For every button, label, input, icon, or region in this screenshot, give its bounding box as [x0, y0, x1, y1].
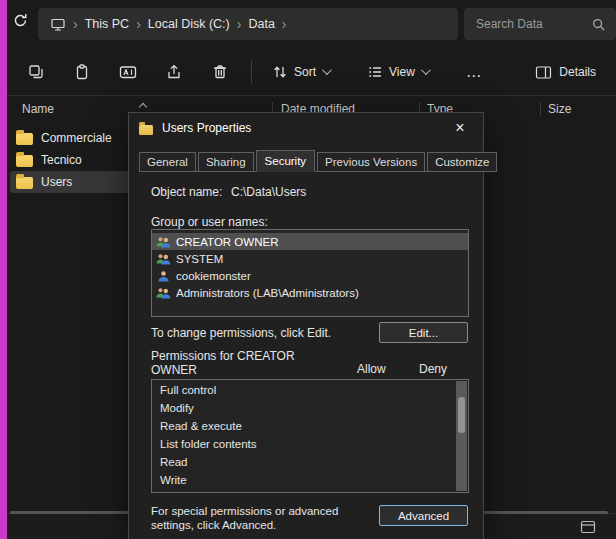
sort-ascending-icon[interactable]	[139, 103, 147, 111]
users-properties-dialog: Users Properties × General Sharing Secur…	[128, 112, 484, 539]
permissions-scrollbar[interactable]	[456, 381, 467, 491]
paste-button[interactable]	[59, 54, 105, 90]
dialog-tabs: General Sharing Security Previous Versio…	[139, 149, 475, 172]
chevron-down-icon	[421, 65, 431, 75]
view-label: View	[389, 65, 415, 79]
details-pane-button[interactable]: Details	[525, 54, 606, 90]
dialog-folder-icon	[139, 125, 153, 135]
file-name: Commerciale	[41, 131, 112, 145]
deny-column-label: Deny	[419, 362, 447, 376]
principal-name: Administrators (LAB\Administrators)	[176, 287, 359, 299]
group-icon	[156, 287, 171, 299]
breadcrumb-chevron[interactable]: ›	[282, 17, 287, 31]
share-icon	[165, 63, 183, 81]
user-icon	[156, 270, 171, 282]
breadcrumb-chevron[interactable]: ›	[136, 17, 141, 31]
toolbar-separator	[251, 60, 252, 84]
principal-name: SYSTEM	[176, 253, 223, 265]
copy-button[interactable]	[13, 54, 59, 90]
principal-name: cookiemonster	[176, 270, 251, 282]
delete-button[interactable]	[197, 54, 243, 90]
sort-button[interactable]: Sort	[260, 54, 341, 90]
breadcrumb-data[interactable]: Data	[248, 17, 274, 31]
rename-icon	[118, 63, 138, 81]
advanced-button[interactable]: Advanced	[379, 505, 468, 526]
column-separator[interactable]	[540, 102, 541, 116]
tab-previous-versions[interactable]: Previous Versions	[317, 152, 425, 172]
principal-cookiemonster[interactable]: cookiemonster	[152, 267, 468, 284]
paste-icon	[73, 63, 91, 81]
principal-administrators[interactable]: Administrators (LAB\Administrators)	[152, 284, 468, 301]
file-name: Tecnico	[41, 153, 82, 167]
tab-customize[interactable]: Customize	[427, 152, 497, 172]
allow-column-label: Allow	[357, 362, 386, 376]
permissions-label: Permissions for CREATOR OWNER	[151, 349, 323, 377]
permission-modify[interactable]: Modify	[160, 402, 468, 420]
refresh-icon	[12, 12, 29, 29]
delete-icon	[211, 63, 229, 81]
sort-label: Sort	[294, 65, 316, 79]
edit-hint: To change permissions, click Edit.	[151, 326, 331, 340]
details-label: Details	[559, 65, 596, 79]
folder-icon	[16, 155, 33, 167]
view-icon	[367, 64, 383, 80]
dialog-title: Users Properties	[162, 121, 251, 135]
rename-button[interactable]	[105, 54, 151, 90]
share-button[interactable]	[151, 54, 197, 90]
column-size[interactable]: Size	[548, 102, 571, 116]
tab-general[interactable]: General	[139, 152, 196, 172]
accent-strip	[0, 0, 7, 539]
principal-name: CREATOR OWNER	[176, 236, 278, 248]
permissions-list: Full control Modify Read & execute List …	[151, 379, 469, 493]
address-bar[interactable]: › This PC › Local Disk (C:) › Data ›	[38, 8, 458, 40]
group-icon	[156, 253, 171, 265]
object-name-label: Object name:	[151, 185, 222, 199]
group-list-label: Group or user names:	[151, 215, 268, 229]
close-icon[interactable]: ×	[445, 116, 475, 140]
permission-full-control[interactable]: Full control	[160, 384, 468, 402]
group-user-list: CREATOR OWNER SYSTEM cookiemonster	[151, 229, 469, 317]
refresh-button[interactable]	[9, 9, 31, 31]
breadcrumb-chevron[interactable]: ›	[73, 17, 78, 31]
group-icon	[156, 236, 171, 248]
advanced-hint: For special permissions or advanced sett…	[151, 504, 369, 532]
edit-button[interactable]: Edit...	[379, 322, 468, 343]
principal-system[interactable]: SYSTEM	[152, 250, 468, 267]
tab-sharing[interactable]: Sharing	[198, 152, 254, 172]
permission-read[interactable]: Read	[160, 456, 468, 474]
principal-creator-owner[interactable]: CREATOR OWNER	[152, 233, 468, 250]
sort-icon	[272, 64, 288, 80]
details-pane-icon	[535, 65, 552, 80]
permission-list-folder-contents[interactable]: List folder contents	[160, 438, 468, 456]
folder-icon	[16, 177, 33, 189]
column-name[interactable]: Name	[22, 102, 54, 116]
scrollbar-thumb[interactable]	[458, 397, 465, 433]
tab-security[interactable]: Security	[256, 150, 316, 172]
status-view-icon[interactable]	[580, 520, 596, 534]
breadcrumb-local-disk-c[interactable]: Local Disk (C:)	[148, 17, 230, 31]
more-options-button[interactable]: …	[456, 54, 493, 90]
copy-icon	[27, 63, 45, 81]
file-name: Users	[41, 175, 72, 189]
breadcrumb-chevron[interactable]: ›	[237, 17, 242, 31]
this-pc-icon	[50, 17, 66, 32]
object-name-value: C:\Data\Users	[231, 185, 306, 199]
search-icon[interactable]	[591, 17, 606, 32]
view-button[interactable]: View	[355, 54, 440, 90]
folder-icon	[16, 133, 33, 145]
search-input[interactable]	[476, 17, 591, 31]
breadcrumb-this-pc[interactable]: This PC	[85, 17, 129, 31]
chevron-down-icon	[322, 65, 332, 75]
more-icon: …	[466, 63, 483, 81]
search-box[interactable]	[464, 8, 616, 40]
permission-write[interactable]: Write	[160, 474, 468, 492]
dialog-titlebar[interactable]: Users Properties ×	[129, 113, 483, 143]
permission-read-execute[interactable]: Read & execute	[160, 420, 468, 438]
